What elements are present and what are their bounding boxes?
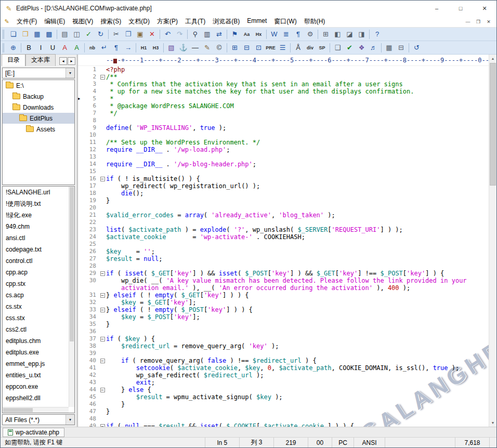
table-cell-button[interactable]: ⊡ xyxy=(253,42,265,54)
menu-project[interactable]: 方案(P) xyxy=(153,16,181,27)
code-line[interactable]: 20 xyxy=(78,204,489,212)
code-line[interactable]: 4 * up for a new site matches the key fo… xyxy=(78,88,489,95)
file-item-5[interactable]: codepage.txt xyxy=(3,244,69,255)
span-tag-button[interactable]: SP xyxy=(316,42,328,54)
tab-directory[interactable]: 目录 xyxy=(2,54,25,66)
code-line[interactable]: 25 xyxy=(78,241,489,248)
toolbar-grip[interactable] xyxy=(3,30,5,39)
code-line[interactable]: 49−if ( null === $result && isset( $_COO… xyxy=(78,423,489,427)
output-panel-button[interactable]: ◪ xyxy=(344,29,356,40)
delete-button[interactable]: ✕ xyxy=(146,29,158,40)
case-convert-button[interactable]: Aa xyxy=(241,29,253,40)
table-button[interactable]: ⊞ xyxy=(229,42,241,54)
chevron-down-icon[interactable]: ▾ xyxy=(66,68,74,78)
special-chars-button[interactable]: ¶ xyxy=(292,29,304,40)
fold-marker[interactable]: − xyxy=(100,359,105,363)
drive-select[interactable]: [E:] ▾ xyxy=(2,68,75,78)
code-line[interactable]: 45 $result = wpmu_activate_signup( $key … xyxy=(78,393,489,401)
code-line[interactable]: 42 wp_safe_redirect( $redirect_url ); xyxy=(78,372,489,379)
code-line[interactable]: 44− } else { xyxy=(78,386,489,393)
code-line[interactable]: 47} xyxy=(78,408,489,415)
code-line[interactable]: 48 xyxy=(78,415,489,423)
list-button[interactable]: ☰ xyxy=(277,42,289,54)
code-line[interactable]: 14require __DIR__ . '/wp-blog-header.php… xyxy=(78,161,489,168)
tree-item-0[interactable]: E:\ xyxy=(3,80,74,91)
code-line[interactable]: 1<?php xyxy=(78,66,489,73)
file-item-7[interactable]: cpp.acp xyxy=(3,267,69,278)
fold-marker[interactable]: − xyxy=(100,177,105,181)
code-line[interactable]: 33−} elseif ( ! empty( $_POST['key'] ) )… xyxy=(78,306,489,313)
menu-document[interactable]: 文档(D) xyxy=(125,16,153,27)
file-item-4[interactable]: ansi.ctl xyxy=(3,232,69,244)
file-item-18[interactable]: eppshell2.dll xyxy=(3,392,69,404)
table-row-button[interactable]: ⊟ xyxy=(241,42,253,54)
mdi-close-button[interactable]: ✕ xyxy=(484,18,493,26)
file-item-12[interactable]: css2.ctl xyxy=(3,324,69,335)
toolbar-grip[interactable] xyxy=(3,43,5,52)
cut-button[interactable]: ✂ xyxy=(110,29,122,40)
tab-cliptext[interactable]: 文本库 xyxy=(25,54,56,66)
code-line[interactable]: 43 exit; xyxy=(78,379,489,386)
reload-button[interactable]: ↻ xyxy=(95,29,107,40)
pre-button[interactable]: PRE xyxy=(265,42,277,54)
code-line[interactable]: 22 xyxy=(78,219,489,226)
menu-search[interactable]: 搜索(S) xyxy=(97,16,125,27)
paragraph-button[interactable]: ¶ xyxy=(110,42,122,54)
code-line[interactable]: 23list( $activate_path ) = explode( '?',… xyxy=(78,226,489,233)
mdi-minimize-button[interactable]: — xyxy=(463,18,473,26)
image-button[interactable]: ▧ xyxy=(165,42,177,54)
preferences-button[interactable]: ⚙ xyxy=(304,29,316,40)
fold-marker[interactable]: − xyxy=(100,337,105,341)
code-line[interactable]: 41 setcookie( $activate_cookie, $key, 0,… xyxy=(78,364,489,372)
form-button[interactable]: ⊟ xyxy=(395,42,407,54)
hex-viewer-button[interactable]: Hx xyxy=(253,29,265,40)
maximize-button[interactable]: □ xyxy=(449,1,473,16)
view-in-browser-button[interactable]: ⊕ xyxy=(7,42,19,54)
code-line[interactable]: 24$activate_cookie = 'wp-activate-' . CO… xyxy=(78,233,489,241)
highlight-color-button[interactable]: A xyxy=(71,42,83,54)
code-line[interactable]: 13 xyxy=(78,153,489,161)
nbsp-button[interactable]: nb xyxy=(86,42,98,54)
file-item-0[interactable]: !SALANGHE.url xyxy=(3,187,69,198)
code-line[interactable]: 16−if ( ! is_multisite() ) { xyxy=(78,175,489,182)
fold-marker[interactable]: − xyxy=(100,424,105,427)
line-spacing-button[interactable]: ≣ xyxy=(280,29,292,40)
open-file-button[interactable]: ❒ xyxy=(19,29,31,40)
fullscreen-button[interactable]: ⊞ xyxy=(320,29,332,40)
italic-button[interactable]: I xyxy=(35,42,47,54)
line-break-button[interactable]: ↵ xyxy=(98,42,110,54)
code-line[interactable]: ▶5 * xyxy=(78,95,489,102)
div-tag-button[interactable]: div xyxy=(304,42,316,54)
save-button[interactable]: ▦ xyxy=(31,29,43,40)
file-item-8[interactable]: cpp.stx xyxy=(3,278,69,289)
tree-item-4[interactable]: Assets xyxy=(3,124,74,135)
tree-item-1[interactable]: Backup xyxy=(3,91,74,102)
print-preview-button[interactable]: ◫ xyxy=(71,29,83,40)
menu-help[interactable]: 帮助(H) xyxy=(300,16,329,27)
editor-vertical-scrollbar[interactable]: ▲ ▼ xyxy=(489,55,496,427)
code-line[interactable]: 27$result = null; xyxy=(78,255,489,262)
code-line[interactable]: 32 $key = $_GET['key']; xyxy=(78,299,489,306)
tree-item-2[interactable]: Downloads xyxy=(3,102,74,113)
file-list-vertical-scrollbar[interactable] xyxy=(69,187,74,407)
fold-marker[interactable]: − xyxy=(100,308,105,312)
code-line[interactable]: 31−} elseif ( ! empty( $_GET['key'] ) ) … xyxy=(78,292,489,299)
sidebar-next-button[interactable]: ▸ xyxy=(68,57,75,65)
menu-file[interactable]: 文件(F) xyxy=(13,16,41,27)
file-item-2[interactable]: !绿化.exe xyxy=(3,209,69,221)
code-line[interactable]: 34 $key = $_POST['key']; xyxy=(78,313,489,321)
mdi-restore-button[interactable]: ❐ xyxy=(474,18,483,26)
code-line[interactable]: 15 xyxy=(78,168,489,175)
template-button[interactable]: ❑ xyxy=(332,42,344,54)
menu-emmet[interactable]: Emmet xyxy=(243,16,270,27)
menu-edit[interactable]: 编辑(E) xyxy=(41,16,69,27)
replace-button[interactable]: ⇄ xyxy=(213,29,225,40)
code-line[interactable]: 9define( 'WP_INSTALLING', true ); xyxy=(78,124,489,131)
frame-button[interactable]: ▦ xyxy=(383,42,395,54)
multimedia-button[interactable]: ♬ xyxy=(368,42,380,54)
save-all-button[interactable]: ▩ xyxy=(43,29,55,40)
code-line[interactable]: 6 * @package WordPress SALANGHE.COM xyxy=(78,102,489,110)
sync-browser-button[interactable]: ↺ xyxy=(411,42,423,54)
code-line[interactable]: 39 xyxy=(78,350,489,357)
code-line[interactable]: 36 xyxy=(78,328,489,335)
